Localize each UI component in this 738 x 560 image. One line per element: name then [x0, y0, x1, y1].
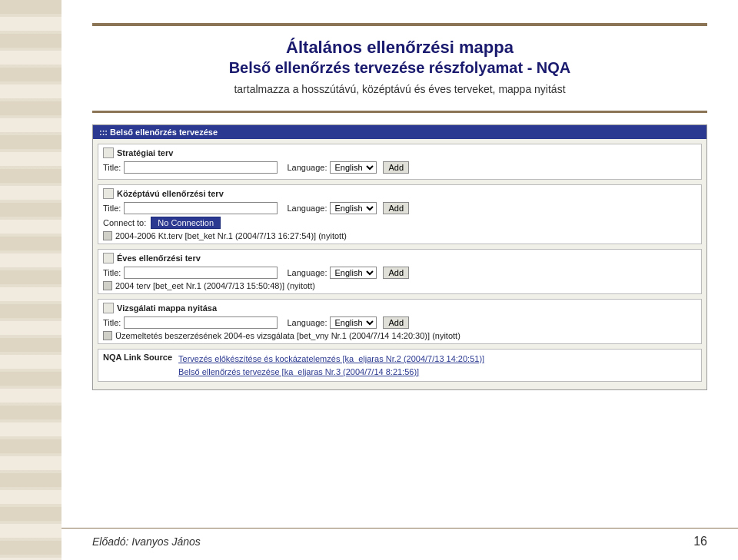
section-medium-title: Középtávú ellenőrzési terv [103, 188, 696, 199]
inspection-lang-label: Language: [287, 318, 327, 327]
medium-record-row: 2004-2006 Kt.terv [bet_ket Nr.1 (2004/7/… [103, 231, 696, 240]
medium-form-row: Title: Language: English Add [103, 202, 696, 214]
medium-record-icon [103, 231, 112, 240]
section-icon-annual [103, 253, 114, 263]
description: tartalmazza a hosszútávú, középtávú és é… [92, 83, 707, 95]
inspection-record-text: Üzemeltetés beszerzésének 2004-es vizsgá… [115, 331, 460, 340]
ui-box: ::: Belső ellenőrzés tervezése Stratégia… [92, 124, 707, 390]
section-inspection-title: Vizsgálati mappa nyitása [103, 303, 696, 313]
strategic-title-input[interactable] [124, 161, 278, 174]
main-content: Általános ellenőrzési mappa Belső ellenő… [62, 0, 738, 560]
section-strategic: Stratégiai terv Title: Language: English… [98, 144, 702, 180]
nqa-label: NQA Link Source [103, 353, 172, 378]
section-icon-strategic [103, 147, 114, 158]
annual-record-text: 2004 terv [bet_eet Nr.1 (2004/7/13 15:50… [115, 281, 315, 290]
ui-box-header: ::: Belső ellenőrzés tervezése [93, 125, 706, 139]
annual-record-row: 2004 terv [bet_eet Nr.1 (2004/7/13 15:50… [103, 281, 696, 290]
annual-form-row: Title: Language: English Add [103, 267, 696, 279]
footer: Előadó: Ivanyos János 16 [62, 528, 738, 548]
strategic-lang-label: Language: [287, 163, 327, 172]
medium-no-connection-button[interactable]: No Connection [151, 217, 221, 229]
inspection-record-row: Üzemeltetés beszerzésének 2004-es vizsgá… [103, 331, 696, 340]
annual-title-input[interactable] [124, 267, 278, 279]
inspection-title-label: Title: [103, 318, 121, 327]
ui-box-body: Stratégiai terv Title: Language: English… [93, 139, 706, 389]
medium-lang-select[interactable]: English [330, 202, 377, 214]
section-medium: Középtávú ellenőrzési terv Title: Langua… [98, 184, 702, 244]
footer-presenter: Előadó: Ivanyos János [92, 535, 201, 548]
left-decoration [0, 0, 62, 560]
medium-add-button[interactable]: Add [383, 202, 409, 214]
top-decorative-line [92, 23, 707, 26]
medium-connect-row: Connect to: No Connection [103, 217, 696, 229]
inspection-add-button[interactable]: Add [383, 316, 409, 329]
medium-title-input[interactable] [124, 202, 278, 214]
nqa-link-1[interactable]: Tervezés előkészítése és kockázatelemzés… [178, 353, 484, 366]
section-annual: Éves ellenőrzési terv Title: Language: E… [98, 249, 702, 294]
nqa-links: Tervezés előkészítése és kockázatelemzés… [178, 353, 484, 378]
mid-decorative-line [92, 111, 707, 113]
medium-title-label: Title: [103, 204, 121, 213]
nqa-link-section: NQA Link Source Tervezés előkészítése és… [98, 349, 702, 382]
medium-connect-label: Connect to: [103, 218, 146, 227]
annual-record-icon [103, 281, 112, 290]
strategic-title-label: Title: [103, 163, 121, 172]
annual-add-button[interactable]: Add [383, 267, 409, 279]
medium-lang-label: Language: [287, 204, 327, 213]
section-icon-inspection [103, 303, 114, 313]
inspection-title-input[interactable] [124, 316, 278, 329]
section-icon-medium [103, 188, 114, 199]
annual-lang-select[interactable]: English [330, 267, 377, 279]
nqa-link-2[interactable]: Belső ellenőrzés tervezése [ka_eljaras N… [178, 366, 484, 379]
strategic-lang-select[interactable]: English [330, 161, 377, 174]
inspection-record-icon [103, 331, 112, 340]
section-annual-title: Éves ellenőrzési terv [103, 253, 696, 263]
footer-page-number: 16 [693, 535, 707, 548]
annual-title-label: Title: [103, 268, 121, 277]
section-strategic-title: Stratégiai terv [103, 147, 696, 158]
inspection-lang-select[interactable]: English [330, 316, 377, 329]
main-title: Általános ellenőrzési mappa [92, 38, 707, 58]
annual-lang-label: Language: [287, 268, 327, 277]
section-inspection: Vizsgálati mappa nyitása Title: Language… [98, 299, 702, 344]
strategic-add-button[interactable]: Add [383, 161, 409, 174]
title-section: Általános ellenőrzési mappa Belső ellenő… [92, 38, 707, 95]
strategic-form-row: Title: Language: English Add [103, 161, 696, 174]
subtitle: Belső ellenőrzés tervezése részfolyamat … [92, 59, 707, 77]
inspection-form-row: Title: Language: English Add [103, 316, 696, 329]
medium-record-text: 2004-2006 Kt.terv [bet_ket Nr.1 (2004/7/… [115, 231, 347, 240]
